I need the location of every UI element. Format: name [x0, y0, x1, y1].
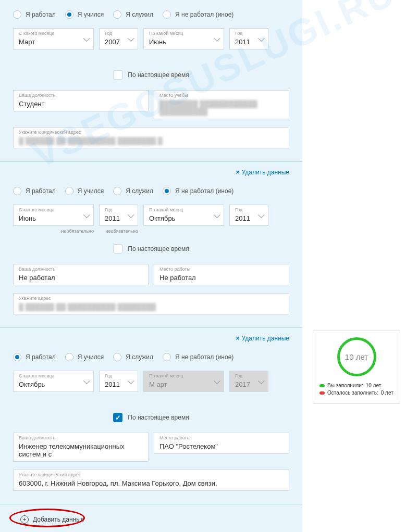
position-input[interactable]: Ваша должностьНе работал: [13, 264, 149, 285]
work-place-input[interactable]: Место работыПАО "Ростелеком": [154, 433, 289, 454]
checkbox-icon: [113, 70, 122, 80]
to-year-select[interactable]: Год2011: [229, 205, 268, 226]
address-input[interactable]: Укажите адрес█ ██████ ██ ██████████ ████…: [13, 293, 289, 314]
chevron-down-icon: [213, 380, 218, 383]
employment-block-3: Я работал Я учился Я служил Я не работал…: [0, 343, 302, 504]
position-input[interactable]: Ваша должностьИнженер телекоммуникационн…: [13, 433, 149, 462]
legal-address-input[interactable]: Укажите юридический адрес█ ██████ ██ ███…: [13, 127, 289, 148]
radio-studied[interactable]: Я учился: [65, 187, 104, 195]
legend-filled: Вы заполнили:10 лет: [319, 383, 393, 388]
work-place-input[interactable]: Место работыНе работал: [154, 264, 289, 285]
close-icon: ×: [236, 335, 240, 342]
study-place-input[interactable]: Место учебы████████ ████████████ ███████…: [154, 90, 289, 119]
chevron-down-icon: [213, 37, 218, 41]
progress-panel: 10 лет Вы заполнили:10 лет Осталось запо…: [313, 331, 400, 404]
add-data-button[interactable]: + Добавить данные: [13, 512, 92, 527]
radio-studied[interactable]: Я учился: [65, 10, 104, 19]
delete-block-link[interactable]: ×Удалить данные: [236, 335, 289, 342]
radio-notworked[interactable]: Я не работал (иное): [163, 10, 233, 19]
chevron-down-icon: [213, 214, 218, 217]
present-checkbox-row[interactable]: По настоящее время: [13, 70, 289, 80]
activity-type-radios: Я работал Я учился Я служил Я не работал…: [13, 187, 289, 195]
progress-circle: 10 лет: [337, 337, 376, 376]
radio-notworked[interactable]: Я не работал (иное): [163, 187, 233, 195]
position-input[interactable]: Ваша должностьСтудент: [13, 90, 149, 111]
to-month-select[interactable]: По какой месяцИюнь: [143, 28, 224, 49]
from-year-select[interactable]: Год2011: [99, 205, 138, 226]
chevron-down-icon: [127, 380, 132, 383]
form-container: Я работал Я учился Я служил Я не работал…: [0, 0, 302, 532]
from-month-select[interactable]: С какого месяцаОктябрь: [13, 371, 94, 392]
radio-served[interactable]: Я служил: [113, 353, 153, 361]
activity-type-radios: Я работал Я учился Я служил Я не работал…: [13, 353, 289, 361]
chevron-down-icon: [257, 214, 263, 217]
from-year-select[interactable]: Год2011: [99, 371, 138, 392]
radio-worked[interactable]: Я работал: [13, 353, 56, 361]
checkbox-checked-icon: [113, 413, 122, 422]
to-month-select-disabled: По какой месяцМ арт: [143, 371, 224, 392]
radio-notworked[interactable]: Я не работал (иное): [163, 353, 233, 361]
chevron-down-icon: [127, 37, 132, 41]
chevron-down-icon: [127, 214, 132, 217]
legal-address-input[interactable]: Укажите юридический адрес603000, г. Нижн…: [13, 470, 289, 491]
delete-block-link[interactable]: ×Удалить данные: [236, 169, 289, 176]
radio-worked[interactable]: Я работал: [13, 187, 56, 195]
to-year-select-disabled: Год2017: [229, 371, 268, 392]
employment-block-2: Я работал Я учился Я служил Я не работал…: [0, 176, 302, 328]
employment-block-1: Я работал Я учился Я служил Я не работал…: [0, 0, 302, 162]
chevron-down-icon: [83, 380, 88, 383]
radio-studied[interactable]: Я учился: [65, 353, 104, 361]
close-icon: ×: [236, 169, 240, 176]
checkbox-icon: [113, 244, 122, 254]
to-year-select[interactable]: Год2011: [229, 28, 268, 49]
from-year-select[interactable]: Год2007: [99, 28, 138, 49]
plus-icon: +: [20, 515, 29, 524]
chevron-down-icon: [257, 380, 263, 383]
to-month-select[interactable]: По какой месяцОктябрь: [143, 205, 224, 226]
present-checkbox-row[interactable]: По настоящее время: [13, 413, 289, 422]
present-checkbox-row[interactable]: По настоящее время: [13, 244, 289, 254]
activity-type-radios: Я работал Я учился Я служил Я не работал…: [13, 10, 289, 19]
chevron-down-icon: [257, 37, 263, 41]
legend-remain: Осталось заполнить:0 лет: [319, 390, 393, 396]
radio-worked[interactable]: Я работал: [13, 10, 56, 19]
optional-hint: необязательно: [99, 229, 138, 234]
radio-served[interactable]: Я служил: [113, 187, 153, 195]
chevron-down-icon: [83, 37, 88, 41]
from-month-select[interactable]: С какого месяцаИюнь: [13, 205, 94, 226]
optional-hint: необязательно: [13, 229, 94, 234]
chevron-down-icon: [83, 214, 88, 217]
from-month-select[interactable]: С какого месяцаМарт: [13, 28, 94, 49]
radio-served[interactable]: Я служил: [113, 10, 153, 19]
